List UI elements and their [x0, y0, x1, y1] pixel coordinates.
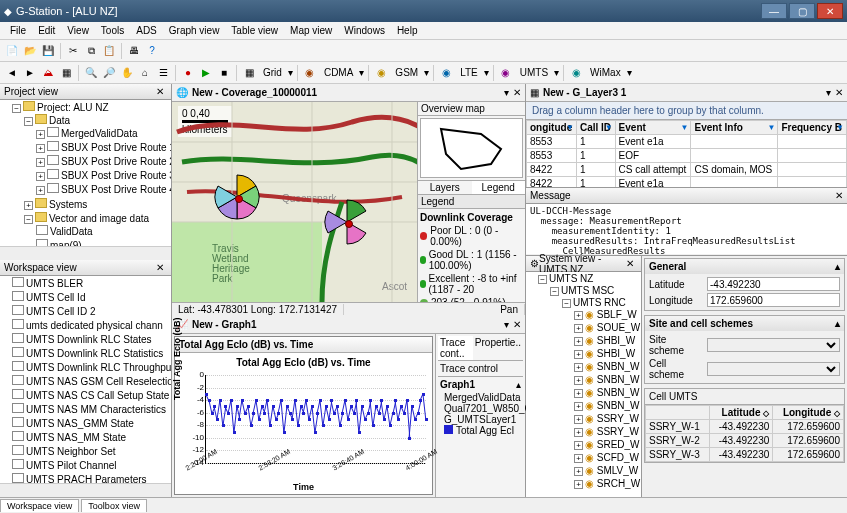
- table-row[interactable]: 84221CS call attemptCS domain, MOS: [527, 163, 847, 177]
- cdma-icon[interactable]: ◉: [302, 65, 318, 81]
- paste-icon[interactable]: 📋: [101, 43, 117, 59]
- tab-toolbox-view[interactable]: Toolbox view: [81, 499, 147, 512]
- group-grid[interactable]: Grid: [259, 67, 286, 78]
- nav-fwd-icon[interactable]: ►: [22, 65, 38, 81]
- table-row[interactable]: 85531EOF: [527, 149, 847, 163]
- trace-item[interactable]: Qual7201_W850_C: [444, 403, 523, 414]
- tree-item[interactable]: UMTS NAS MM Characteristics: [12, 402, 171, 416]
- tree-item[interactable]: +◉ SHBI_W: [574, 347, 641, 360]
- filter-icon[interactable]: ▼: [836, 123, 844, 132]
- menu-table-view[interactable]: Table view: [225, 23, 284, 38]
- cell-umts-table[interactable]: Cell UMTS Latitude ◇Longitude ◇SSRY_W-1-…: [644, 388, 845, 463]
- events-doc-close[interactable]: ✕: [835, 87, 843, 98]
- tree-item[interactable]: umts dedicated physical chann: [12, 318, 171, 332]
- home-icon[interactable]: ⌂: [137, 65, 153, 81]
- tree-item[interactable]: UMTS Cell Id: [12, 290, 171, 304]
- tree-item[interactable]: +MergedValidData: [36, 126, 171, 140]
- menu-view[interactable]: View: [61, 23, 95, 38]
- layers-icon[interactable]: ☰: [155, 65, 171, 81]
- group-cdma[interactable]: CDMA: [320, 67, 357, 78]
- trace-item[interactable]: Total Agg EcI: [444, 425, 523, 436]
- project-tree-hscroll[interactable]: [0, 246, 171, 260]
- filter-icon[interactable]: ▼: [566, 123, 574, 132]
- play-icon[interactable]: ▶: [198, 65, 214, 81]
- grid-icon[interactable]: ▦: [241, 65, 257, 81]
- overview-map[interactable]: [420, 118, 523, 178]
- tree-item[interactable]: +◉ SNBN_W: [574, 373, 641, 386]
- zoom-in-icon[interactable]: 🔍: [83, 65, 99, 81]
- tree-item[interactable]: +◉ SSRY_W: [574, 425, 641, 438]
- tree-item[interactable]: UMTS Pilot Channel: [12, 458, 171, 472]
- tab-layers[interactable]: Layers: [418, 181, 472, 194]
- tree-item[interactable]: map(9): [36, 238, 171, 246]
- tree-item[interactable]: UMTS NAS GSM Cell Reselectio: [12, 374, 171, 388]
- filter-icon[interactable]: ▼: [681, 123, 689, 132]
- column-header[interactable]: Frequency B▼: [778, 121, 847, 135]
- chart-icon[interactable]: ⛰: [40, 65, 56, 81]
- menu-help[interactable]: Help: [391, 23, 424, 38]
- grid-group-hint[interactable]: Drag a column header here to group by th…: [526, 102, 847, 120]
- tree-item[interactable]: UMTS Cell ID 2: [12, 304, 171, 318]
- menu-ads[interactable]: ADS: [130, 23, 163, 38]
- tree-item[interactable]: ValidData: [36, 224, 171, 238]
- tree-item[interactable]: UMTS BLER: [12, 276, 171, 290]
- group-wimax[interactable]: WiMax: [586, 67, 625, 78]
- column-header[interactable]: Latitude ◇: [709, 406, 773, 420]
- column-header[interactable]: ongitude▼: [527, 121, 577, 135]
- tree-item[interactable]: +◉ SBLF_W: [574, 308, 641, 321]
- tree-item[interactable]: +◉ SNBN_W: [574, 386, 641, 399]
- column-header[interactable]: Event Info▼: [691, 121, 778, 135]
- table-row[interactable]: SSRY_W-3-43.492230172.659600: [646, 448, 844, 462]
- cell-scheme-select[interactable]: [707, 362, 840, 376]
- collapse-icon[interactable]: ▴: [835, 318, 840, 329]
- collapse-icon[interactable]: ▴: [835, 261, 840, 272]
- trace-collapse-icon[interactable]: ▴: [516, 379, 521, 390]
- window-maximize-button[interactable]: ▢: [789, 3, 815, 19]
- events-table[interactable]: ongitude▼Call ID▼Event▼Event Info▼Freque…: [526, 120, 847, 187]
- system-tree[interactable]: −UMTS NZ −UMTS MSC −UMTS RNC +◉ SBLF_W+◉…: [526, 272, 641, 497]
- tree-item[interactable]: UMTS Downlink RLC Statistics: [12, 346, 171, 360]
- group-lte[interactable]: LTE: [456, 67, 482, 78]
- gsm-icon[interactable]: ◉: [373, 65, 389, 81]
- longitude-field[interactable]: [707, 293, 840, 307]
- wimax-icon[interactable]: ◉: [568, 65, 584, 81]
- system-view-close[interactable]: ✕: [623, 258, 637, 269]
- map-doc-min[interactable]: ▾: [504, 87, 509, 98]
- trace-item[interactable]: G_UMTSLayer1: [444, 414, 523, 425]
- events-doc-min[interactable]: ▾: [826, 87, 831, 98]
- project-tree[interactable]: −Project: ALU NZ −Data +MergedValidData+…: [0, 100, 171, 246]
- menu-tools[interactable]: Tools: [95, 23, 130, 38]
- table-row[interactable]: 85531Event e1a: [527, 135, 847, 149]
- stop-icon[interactable]: ■: [216, 65, 232, 81]
- tree-item[interactable]: UMTS NAS_GMM State: [12, 416, 171, 430]
- tree-item[interactable]: +◉ SRCH_W: [574, 477, 641, 490]
- table-row[interactable]: 84221Event e1a: [527, 177, 847, 188]
- tree-item[interactable]: +◉ SNBN_W: [574, 360, 641, 373]
- tree-item[interactable]: +SBUX Post Drive Route 4 31-08-2010 3: [36, 182, 171, 196]
- chart-area[interactable]: Total Agg EcIo (dB) vs. Time Total Agg E…: [174, 336, 433, 495]
- site-scheme-select[interactable]: [707, 338, 840, 352]
- tab-trace-control[interactable]: Trace cont..: [438, 336, 473, 360]
- menu-file[interactable]: File: [4, 23, 32, 38]
- window-close-button[interactable]: ✕: [817, 3, 843, 19]
- pan-icon[interactable]: ✋: [119, 65, 135, 81]
- graph-doc-close[interactable]: ✕: [513, 319, 521, 330]
- menu-windows[interactable]: Windows: [338, 23, 391, 38]
- tree-item[interactable]: +◉ SHBI_W: [574, 334, 641, 347]
- table-icon[interactable]: ▦: [58, 65, 74, 81]
- map-canvas[interactable]: 0 0,40 kilometers Travis Wetland Heritag…: [172, 102, 417, 302]
- table-row[interactable]: SSRY_W-2-43.492230172.659600: [646, 434, 844, 448]
- lte-icon[interactable]: ◉: [438, 65, 454, 81]
- tab-workspace-view[interactable]: Workspace view: [0, 499, 79, 512]
- window-minimize-button[interactable]: —: [761, 3, 787, 19]
- new-icon[interactable]: 📄: [4, 43, 20, 59]
- menu-edit[interactable]: Edit: [32, 23, 61, 38]
- tree-item[interactable]: UMTS Downlink RLC States: [12, 332, 171, 346]
- tree-item[interactable]: UMTS NAS CS Call Setup State: [12, 388, 171, 402]
- cut-icon[interactable]: ✂: [65, 43, 81, 59]
- save-icon[interactable]: 💾: [40, 43, 56, 59]
- column-header[interactable]: Event▼: [615, 121, 691, 135]
- latitude-field[interactable]: [707, 277, 840, 291]
- map-doc-close[interactable]: ✕: [513, 87, 521, 98]
- tab-properties[interactable]: Propertie..: [473, 336, 523, 360]
